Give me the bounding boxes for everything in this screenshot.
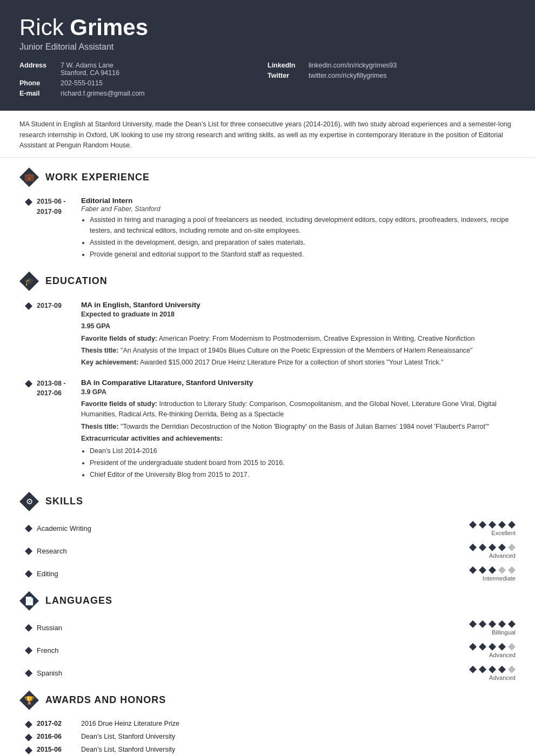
briefcase-icon: 💼 — [19, 167, 39, 187]
skill-rating-0: Excellent — [469, 521, 516, 536]
work-content-0: Editorial Intern Faber and Faber, Stanfo… — [81, 197, 516, 262]
edu-entry-1: 2013-08 -2017-06 BA in Comparative Litar… — [19, 379, 516, 482]
extra-bullet-1: President of the undergraduate student b… — [90, 458, 516, 468]
extra-bullet-2: Chief Editor of the University Blog from… — [90, 470, 516, 480]
main-content: 💼 WORK EXPERIENCE 2015-06 -2017-09 Edito… — [0, 167, 535, 756]
lang-rating-0: Billingual — [469, 620, 516, 636]
lang-name-1: French — [32, 646, 469, 654]
award-row-0: 2017-02 2016 Drue Heinz Literature Prize — [19, 720, 516, 728]
lang-bullet — [25, 647, 32, 654]
d3 — [498, 566, 506, 574]
skill-bullet — [25, 570, 32, 578]
d2 — [489, 620, 496, 628]
linkedin-label: LinkedIn — [268, 62, 305, 69]
thesis-1: Thesis title: "Towards the Derridian Dec… — [81, 422, 516, 432]
candidate-name: Rick Grimes — [19, 15, 516, 40]
education-section: 🎓 EDUCATION 2017-09 MA in English, Stanf… — [19, 272, 516, 482]
skills-section: ⚙ SKILLS Academic Writing Excellent Rese… — [19, 492, 516, 582]
d0 — [469, 521, 477, 529]
languages-section: 📄 LANGUAGES Russian Billingual French — [19, 591, 516, 681]
d3 — [498, 544, 506, 551]
contact-info: Address 7 W. Adams LaneStanford, CA 9411… — [19, 62, 516, 100]
summary-text: MA Student in English at Stanford Univer… — [19, 120, 511, 149]
lang-level-2: Advanced — [489, 674, 516, 681]
lang-bullet — [25, 670, 32, 677]
fav-fields-1: Favorite fields of study: Introduction t… — [81, 399, 516, 420]
lang-level-0: Billingual — [492, 629, 516, 636]
email-row: E-mail richard.f.grimes@gmail.com — [19, 90, 268, 97]
twitter-value: twitter.com/rickyfillygrimes — [309, 72, 386, 79]
award-name-1: Dean’s List, Stanford University — [81, 733, 175, 740]
skill-row-2: Editing Intermediate — [19, 566, 516, 582]
work-experience-title: WORK EXPERIENCE — [45, 172, 150, 183]
education-header: 🎓 EDUCATION — [19, 272, 516, 294]
d0 — [469, 620, 477, 628]
email-value: richard.f.grimes@gmail.com — [61, 90, 145, 97]
skills-header: ⚙ SKILLS — [19, 492, 516, 515]
work-entry-0: 2015-06 -2017-09 Editorial Intern Faber … — [19, 197, 516, 262]
linkedin-row: LinkedIn linkedin.com/in/rickygrimes93 — [268, 62, 516, 69]
d4 — [508, 620, 516, 628]
d0 — [469, 566, 477, 574]
twitter-label: Twitter — [268, 72, 305, 79]
d1 — [479, 620, 486, 628]
award-bullet — [25, 721, 32, 728]
languages-title: LANGUAGES — [45, 595, 112, 606]
award-date-2: 2015-06 — [32, 746, 81, 753]
company-0: Faber and Faber, Stanford — [81, 205, 516, 213]
extracurricular-header: Extracurricular activities and achieveme… — [81, 435, 223, 442]
lang-row-0: Russian Billingual — [19, 620, 516, 636]
work-date-0: 2015-06 -2017-09 — [32, 197, 81, 262]
first-name: Rick — [19, 15, 70, 40]
d4 — [508, 666, 516, 673]
address-row: Address 7 W. Adams LaneStanford, CA 9411… — [19, 62, 268, 77]
award-bullet — [25, 747, 32, 754]
address-label: Address — [19, 62, 57, 77]
contact-left: Address 7 W. Adams LaneStanford, CA 9411… — [19, 62, 268, 100]
d3 — [498, 643, 506, 651]
lang-diamonds-0 — [469, 620, 516, 628]
award-name-0: 2016 Drue Heinz Literature Prize — [81, 720, 179, 727]
edu-body-1: 3.9 GPA Favorite fields of study: Introd… — [81, 387, 516, 481]
job-title-0: Editorial Intern — [81, 197, 516, 205]
work-bullet-1: Assisted in the development, design, and… — [90, 238, 516, 248]
twitter-row: Twitter twitter.com/rickyfillygrimes — [268, 72, 516, 79]
linkedin-value: linkedin.com/in/rickygrimes93 — [309, 62, 397, 69]
address-value: 7 W. Adams LaneStanford, CA 94116 — [61, 62, 119, 77]
d4 — [508, 544, 516, 551]
skill-diamonds-1 — [469, 544, 516, 551]
d2 — [489, 643, 496, 651]
d0 — [469, 544, 477, 551]
skill-rating-1: Advanced — [469, 544, 516, 559]
edu-line-4: Key achievement: Awarded $15,000 2017 Dr… — [81, 357, 516, 368]
skill-level-2: Intermediate — [483, 575, 516, 582]
d2 — [489, 521, 496, 529]
award-icon: 🏆 — [19, 691, 39, 710]
graduation-icon: 🎓 — [19, 272, 39, 291]
extra-bullet-0: Dean's List 2014-2016 — [90, 446, 516, 456]
lang-name-0: Russian — [32, 624, 469, 632]
d1 — [479, 643, 486, 651]
d3 — [498, 620, 506, 628]
skill-diamonds-0 — [469, 521, 516, 529]
skill-level-1: Advanced — [489, 552, 516, 559]
entry-bullet — [25, 302, 32, 310]
d3 — [498, 666, 506, 673]
skill-name-2: Editing — [32, 570, 469, 578]
skill-bullet — [25, 548, 32, 555]
awards-header: 🏆 AWARDS AND HONORS — [19, 691, 516, 713]
language-icon: 📄 — [19, 591, 39, 611]
skill-diamonds-2 — [469, 566, 516, 574]
phone-row: Phone 202-555-0115 — [19, 79, 268, 87]
edu-date-1: 2013-08 -2017-06 — [32, 379, 81, 482]
entry-bullet — [25, 198, 32, 206]
edu-entry-0: 2017-09 MA in English, Stanford Universi… — [19, 301, 516, 370]
d0 — [469, 643, 477, 651]
edu-line-3: Thesis title: "An Analysis of the Impact… — [81, 346, 516, 356]
header: Rick Grimes Junior Editorial Assistant A… — [0, 0, 535, 111]
skill-name-0: Academic Writing — [32, 524, 469, 532]
job-body-0: Assisted in hiring and managing a pool o… — [81, 215, 516, 260]
skill-rating-2: Intermediate — [469, 566, 516, 582]
skill-name-1: Research — [32, 547, 469, 555]
d4 — [508, 566, 516, 574]
